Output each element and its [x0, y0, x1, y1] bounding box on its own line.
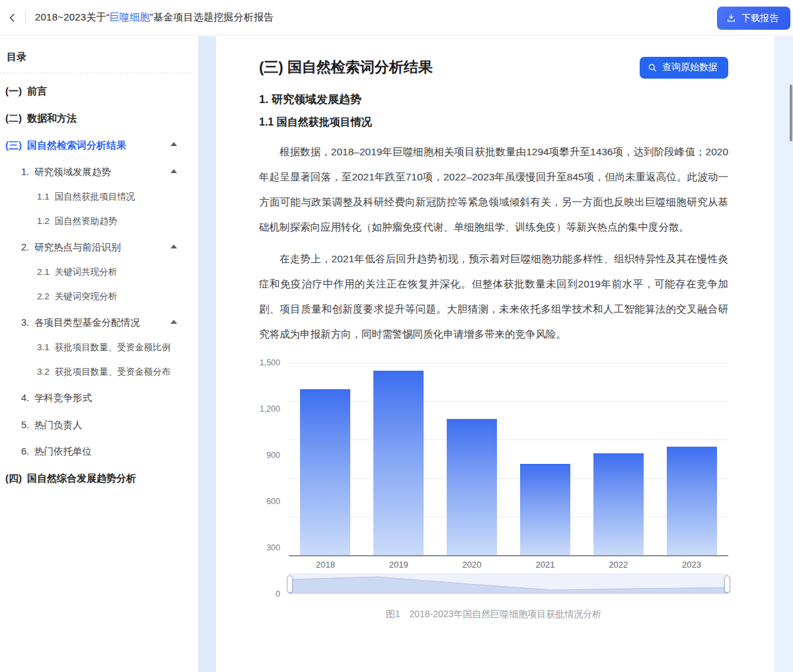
bar-column: [508, 363, 582, 555]
vertical-scrollbar-thumb[interactable]: [790, 85, 792, 141]
x-tick-label: 2019: [362, 560, 435, 570]
chevron-left-icon: [7, 13, 18, 23]
toc-item[interactable]: (四)国自然综合发展趋势分析: [0, 465, 198, 492]
collapse-triangle-icon[interactable]: [170, 244, 177, 248]
toc-item[interactable]: 3.各项目类型基金分配情况: [0, 309, 198, 336]
x-tick-label: 2018: [289, 560, 362, 570]
bar-column: [435, 363, 509, 555]
divider: [25, 11, 26, 24]
datazoom-slider[interactable]: [289, 574, 728, 594]
bar-2020[interactable]: [447, 419, 497, 555]
query-raw-data-label: 查询原始数据: [662, 61, 718, 73]
query-raw-data-button[interactable]: 查询原始数据: [640, 57, 728, 79]
bar-column: [289, 363, 362, 555]
toc-item-label: 获批项目数量、受资金额分布: [55, 366, 171, 379]
sub-sub-heading: 1.1 国自然获批项目情况: [259, 116, 728, 130]
toc-item[interactable]: 4.学科竞争形式: [0, 385, 198, 411]
x-tick-label: 2020: [435, 560, 509, 570]
toc-item-number: 3.: [21, 316, 29, 329]
toc-item[interactable]: 2.1关键词共现分析: [0, 260, 198, 285]
download-report-button[interactable]: 下载报告: [717, 7, 790, 30]
toc-item-number: 6.: [21, 445, 29, 458]
page-layout: 目录 (一)前言(二)数据和方法(三)国自然检索词分析结果1.研究领域发展趋势1…: [0, 36, 793, 672]
x-tick-label: 2022: [582, 560, 655, 570]
toc-item-label: 数据和方法: [27, 111, 77, 125]
y-tick-label: 1,500: [260, 358, 280, 367]
toc-item[interactable]: 3.1获批项目数量、受资金额比例: [0, 336, 198, 360]
toc-item-number: 2.2: [37, 291, 50, 303]
report-title: 2018~2023关于“巨噬细胞”基金项目选题挖掘分析报告: [35, 11, 274, 24]
bar-2023[interactable]: [667, 447, 717, 555]
bar-column: [655, 363, 728, 555]
report-title-suffix: ”基金项目选题挖掘分析报告: [150, 11, 274, 22]
toc-item[interactable]: 1.1国自然获批项目情况: [0, 185, 198, 209]
y-tick-label: 300: [266, 543, 280, 552]
toc-item-label: 国自然获批项目情况: [55, 191, 135, 204]
toc-item[interactable]: 2.研究热点与前沿识别: [0, 234, 198, 260]
toc-item-number: 4.: [21, 391, 29, 404]
top-bar: 2018~2023关于“巨噬细胞”基金项目选题挖掘分析报告 下载报告: [0, 0, 793, 36]
toc-divider: [0, 73, 192, 73]
toc-item-number: (三): [5, 138, 22, 152]
toc-item-label: 研究热点与前沿识别: [34, 241, 121, 254]
report-content: (三) 国自然检索词分析结果 查询原始数据 1. 研究领域发展趋势 1.1 国自…: [216, 36, 774, 672]
sub-heading: 1. 研究领域发展趋势: [259, 92, 728, 108]
collapse-triangle-icon[interactable]: [170, 169, 177, 173]
toc-item[interactable]: 3.2获批项目数量、受资金额分布: [0, 360, 198, 385]
collapse-triangle-icon[interactable]: [170, 142, 177, 146]
toc-item[interactable]: (一)前言: [0, 77, 198, 104]
y-tick-label: 600: [266, 497, 280, 506]
toc-list: (一)前言(二)数据和方法(三)国自然检索词分析结果1.研究领域发展趋势1.1国…: [0, 77, 198, 492]
download-icon: [726, 13, 736, 23]
toc-item[interactable]: (二)数据和方法: [0, 104, 198, 131]
content-inner: (三) 国自然检索词分析结果 查询原始数据 1. 研究领域发展趋势 1.1 国自…: [216, 36, 774, 620]
back-button[interactable]: [0, 0, 25, 36]
toc-item-number: 3.2: [37, 366, 50, 379]
bar-2022[interactable]: [593, 453, 644, 555]
bar-2021[interactable]: [520, 464, 570, 555]
toc-item-number: 3.1: [37, 342, 50, 354]
chart-x-labels: 201820192020202120222023: [289, 560, 728, 570]
paragraph-1: 根据数据，2018–2019年巨噬细胞相关项目获批数量由1294项攀升至1436…: [259, 139, 728, 240]
bar-2019[interactable]: [373, 371, 424, 555]
y-tick-label: 1,200: [260, 404, 280, 414]
toc-item[interactable]: (三)国自然检索词分析结果: [0, 131, 198, 159]
collapse-triangle-icon[interactable]: [170, 320, 177, 324]
chart-plot: [289, 363, 728, 556]
bar-2018[interactable]: [300, 389, 350, 555]
bar-column: [582, 363, 655, 555]
bar-chart: 03006009001,2001,500 2018201920202021202…: [259, 363, 728, 594]
report-title-prefix: 2018~2023关于“: [35, 11, 110, 22]
datazoom-right-handle[interactable]: [724, 576, 730, 593]
paragraph-2: 在走势上，2021年低谷后回升趋势初现，预示着对巨噬细胞功能多样性、组织特异性及…: [259, 246, 728, 347]
toc-item-label: 获批项目数量、受资金额比例: [55, 342, 171, 354]
toc-item-label: 研究领域发展趋势: [34, 165, 111, 178]
chart-y-axis: 03006009001,2001,500: [259, 363, 285, 594]
toc-item-label: 热门负责人: [34, 418, 83, 431]
toc-item[interactable]: 5.热门负责人: [0, 412, 198, 438]
toc-item-label: 国自然资助趋势: [55, 215, 118, 228]
toc-item[interactable]: 1.2国自然资助趋势: [0, 209, 198, 234]
toc-item[interactable]: 1.研究领域发展趋势: [0, 159, 198, 185]
toc-item-label: 学科竞争形式: [34, 391, 92, 404]
left-gap-strip: [198, 36, 216, 672]
section-title: (三) 国自然检索词分析结果: [259, 57, 433, 77]
datazoom-shadow: [289, 574, 728, 593]
right-gap-strip: [774, 36, 793, 672]
toc-item-number: (四): [5, 471, 22, 485]
toc-item-number: 1.1: [37, 191, 50, 204]
datazoom-left-handle[interactable]: [287, 576, 293, 593]
toc-item-number: (一): [5, 84, 22, 98]
toc-item-number: 2.: [21, 241, 29, 254]
toc-item[interactable]: 2.2关键词突现分析: [0, 285, 198, 309]
toc-item-number: 1.2: [37, 215, 50, 228]
bar-column: [362, 363, 435, 555]
toc-item[interactable]: 6.热门依托单位: [0, 438, 198, 465]
figure-caption: 图1 2018-2023年国自然巨噬细胞项目获批情况分析: [259, 609, 728, 620]
toc-item-label: 各项目类型基金分配情况: [34, 316, 140, 329]
toc-item-label: 前言: [27, 84, 47, 98]
chart-bars: [289, 363, 728, 555]
toc-item-label: 关键词突现分析: [55, 291, 118, 303]
toc-sidebar: 目录 (一)前言(二)数据和方法(三)国自然检索词分析结果1.研究领域发展趋势1…: [0, 36, 198, 672]
toc-item-number: 5.: [21, 418, 29, 431]
